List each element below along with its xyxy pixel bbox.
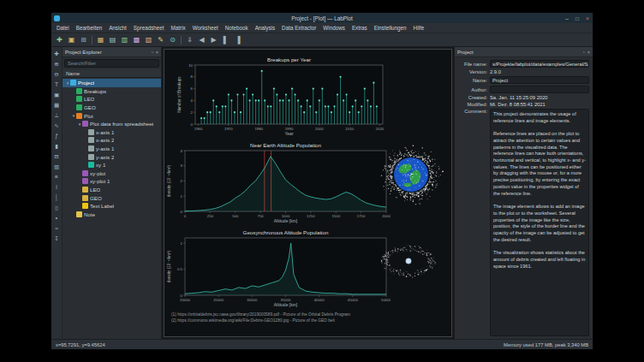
memory-usage: Memory used 177 MB, peak 3,340 MB	[504, 342, 588, 347]
svg-text:4: 4	[181, 149, 183, 153]
new-workbook-icon[interactable]: ▤	[107, 34, 118, 45]
svg-text:2000: 2000	[382, 214, 391, 218]
xy-curve-icon[interactable]: ∿	[53, 122, 61, 129]
save-file-icon[interactable]: ⊞	[78, 34, 89, 45]
tree-item-y-axis-1[interactable]: y-axis 1	[63, 145, 161, 153]
legend-icon[interactable]: ≡	[53, 173, 61, 181]
tree-item-label: Project	[78, 80, 94, 86]
reference-range-icon[interactable]: ▯	[53, 204, 61, 211]
tree-item-x-axis-2[interactable]: x-axis 2	[63, 136, 161, 145]
new-worksheet-icon[interactable]: ▧	[143, 34, 154, 45]
boxplot-icon[interactable]: ⊟	[53, 152, 61, 160]
worksheet[interactable]: Breakups per Year19601970198019902000201…	[164, 49, 452, 337]
minimize-button[interactable]: –	[562, 13, 572, 23]
tree-item-breakups[interactable]: Breakups	[63, 87, 161, 96]
reference-line-icon[interactable]: │	[53, 193, 61, 201]
menu-datei[interactable]: Datei	[53, 25, 73, 31]
svg-text:Number of Breakups: Number of Breakups	[177, 76, 182, 113]
export-icon[interactable]: ↧	[53, 234, 61, 242]
project-properties-panel: Project ▫ × File name:s/Projekte/labplot…	[454, 47, 593, 339]
tree-item-project[interactable]: ▾Project	[63, 79, 161, 87]
info-element-icon[interactable]: i	[53, 183, 61, 191]
axis-icon[interactable]: ⊥	[53, 111, 61, 119]
menu-data-extractor[interactable]: Data Extractor	[278, 25, 319, 31]
toggle-properties-icon[interactable]: ▐	[232, 34, 243, 45]
tree-item-label: y-axis 1	[96, 145, 114, 151]
new-matrix-icon[interactable]: ▩	[131, 34, 142, 45]
float-panel-icon[interactable]: ▫	[152, 50, 153, 55]
menu-spreadsheet[interactable]: Spreadsheet	[130, 25, 168, 31]
tree-item-leo[interactable]: LEO	[63, 95, 161, 104]
tree-item-y-axis-2[interactable]: y-axis 2	[63, 152, 161, 161]
search-filter-input[interactable]	[64, 59, 159, 68]
tree-item-xy-plot[interactable]: xy-plot	[63, 169, 161, 178]
plot-near-earth-altitude[interactable]: Near Earth Altitude Population0250500750…	[166, 140, 391, 224]
fit-icon[interactable]: ≈	[53, 224, 61, 232]
new-folder-icon[interactable]: ▦	[95, 34, 106, 45]
menu-bearbeiten[interactable]: Bearbeiten	[73, 25, 105, 31]
tree-item-plot[interactable]: ▾Plot	[63, 111, 161, 120]
new-datapicker-icon[interactable]: ⊙	[167, 34, 178, 45]
plot-breakups-per-year[interactable]: Breakups per Year19601970198019902000201…	[176, 55, 387, 137]
menu-windows[interactable]: Windows	[319, 25, 349, 31]
custom-point-icon[interactable]: •	[53, 214, 61, 222]
navigate-forward-icon[interactable]: ▶	[208, 34, 219, 45]
project-explorer-header[interactable]: Project Explorer ▫ ×	[63, 47, 161, 57]
new-file-icon[interactable]: ✚	[54, 34, 65, 45]
tree-item-text-label[interactable]: Text Label	[63, 202, 161, 211]
close-panel-icon[interactable]: ×	[587, 50, 590, 55]
plot-geosynchronous-altitude[interactable]: Geosynchronous Altitude Population200002…	[166, 228, 391, 308]
comment-text[interactable]: This project demonstrates the usage of r…	[490, 109, 589, 336]
menu-hilfe[interactable]: Hilfe	[410, 25, 428, 31]
tree-item-plot-data-from-spreadsheet[interactable]: ▾Plot data from spreadsheet	[63, 120, 161, 128]
menu-extras[interactable]: Extras	[349, 25, 371, 31]
menu-ansicht[interactable]: Ansicht	[105, 25, 130, 31]
tree-item-xy-1[interactable]: xy 1	[63, 161, 161, 169]
worksheet-icon	[76, 113, 82, 119]
text-label-icon[interactable]: T	[53, 80, 61, 88]
property-label: Version:	[458, 69, 487, 74]
property-value-file-name[interactable]: s/Projekte/labplot/data/examples/General…	[490, 60, 589, 68]
svg-text:40000: 40000	[314, 298, 325, 302]
maximize-button[interactable]: □	[572, 13, 582, 23]
earth-debris-image[interactable]	[379, 142, 444, 207]
tree-item-note[interactable]: Note	[63, 211, 161, 219]
tree-item-xy-plot-1[interactable]: xy-plot 1	[63, 177, 161, 186]
zoom-out-icon[interactable]: ⊖	[53, 70, 61, 78]
navigate-back-icon[interactable]: ◀	[196, 34, 207, 45]
menu-worksheet[interactable]: Worksheet	[189, 25, 222, 31]
equation-curve-icon[interactable]: ƒ	[53, 132, 61, 139]
geo-debris-ring-image[interactable]	[380, 243, 437, 279]
close-button[interactable]: ×	[582, 13, 593, 23]
open-file-icon[interactable]: ▣	[66, 34, 77, 45]
menu-notebook[interactable]: Notebook	[222, 25, 252, 31]
import-data-icon[interactable]: ⇓	[184, 34, 195, 45]
toggle-project-explorer-icon[interactable]: ▌	[220, 34, 231, 45]
close-panel-icon[interactable]: ×	[156, 50, 158, 55]
menu-matrix[interactable]: Matrix	[168, 25, 189, 31]
comment-row: Comment: This project demonstrates the u…	[458, 109, 589, 336]
svg-text:2: 2	[181, 179, 183, 183]
tree-item-label: LEO	[90, 187, 100, 193]
tree-item-x-axis-1[interactable]: x-axis 1	[63, 128, 161, 137]
menu-einstellungen[interactable]: Einstellungen	[371, 25, 410, 31]
tree-item-geo[interactable]: GEO	[63, 104, 161, 112]
tree-item-leo[interactable]: LEO	[63, 186, 161, 194]
histogram-icon[interactable]: ▮	[53, 142, 61, 150]
properties-header[interactable]: Project ▫ ×	[455, 47, 593, 57]
navigate-icon[interactable]: ✚	[53, 50, 61, 57]
float-panel-icon[interactable]: ▫	[583, 50, 585, 55]
new-spreadsheet-icon[interactable]: ▥	[119, 34, 130, 45]
property-value-author[interactable]	[490, 86, 589, 93]
tree-column-header[interactable]: Name	[63, 69, 161, 78]
plot-area-icon[interactable]: ▦	[53, 101, 61, 109]
menu-analysis[interactable]: Analysis	[252, 25, 278, 31]
property-value-name[interactable]: Project	[490, 76, 589, 84]
new-notebook-icon[interactable]: ✎	[155, 34, 166, 45]
zoom-in-icon[interactable]: ⊕	[53, 60, 61, 68]
image-icon[interactable]: ▣	[53, 91, 61, 98]
svg-text:750: 750	[258, 214, 265, 218]
title-bar[interactable]: Project - [Plot] — LabPlot –□×	[51, 13, 593, 23]
barplot-icon[interactable]: ▥	[53, 163, 61, 170]
tree-item-geo[interactable]: GEO	[63, 193, 161, 202]
